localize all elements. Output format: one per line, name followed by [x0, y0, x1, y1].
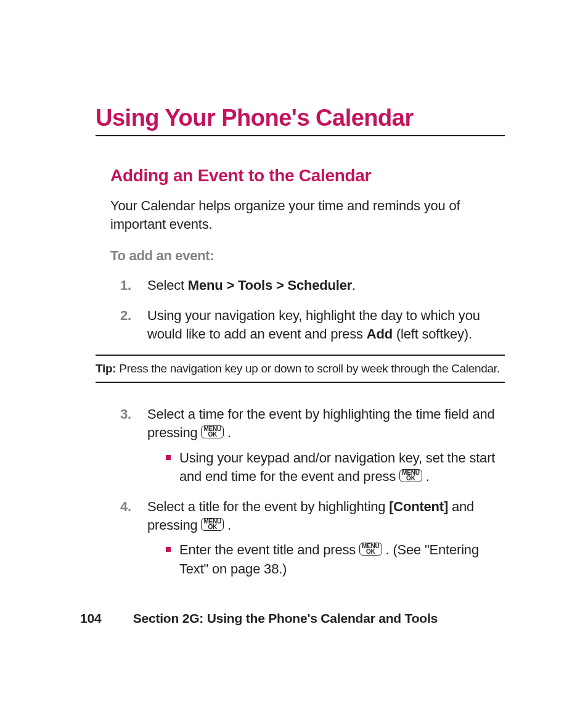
footer-section: Section 2G: Using the Phone's Calendar a… — [133, 611, 438, 625]
page-footer: 104 Section 2G: Using the Phone's Calend… — [80, 611, 505, 626]
sub-text: . — [422, 469, 430, 484]
document-page: Using Your Phone's Calendar Adding an Ev… — [0, 0, 588, 706]
tip-text: Press the navigation key up or down to s… — [116, 362, 500, 375]
tip-label: Tip: — [96, 362, 116, 375]
menu-ok-key-icon: MENUOK — [399, 469, 422, 482]
step-number: 3. — [120, 405, 131, 424]
step-bold: Menu > Tools > Scheduler — [188, 277, 352, 293]
section-heading: Adding an Event to the Calendar — [110, 166, 505, 186]
sub-text: Using your keypad and/or navigation key,… — [179, 450, 495, 484]
step-text: (left softkey). — [393, 326, 472, 342]
intro-paragraph: Your Calendar helps organize your time a… — [110, 197, 505, 233]
sub-list: Using your keypad and/or navigation key,… — [147, 449, 505, 486]
step-bold: [Content] — [389, 499, 448, 514]
step-number: 2. — [120, 306, 131, 325]
step-text: Select a title for the event by highligh… — [147, 499, 389, 514]
sub-item: Using your keypad and/or navigation key,… — [166, 449, 505, 486]
menu-ok-key-icon: MENUOK — [201, 518, 224, 531]
step-item: 1. Select Menu > Tools > Scheduler. — [96, 276, 505, 295]
step-bold: Add — [367, 326, 393, 342]
page-number: 104 — [80, 611, 129, 626]
step-item: 4. Select a title for the event by highl… — [96, 498, 505, 578]
page-title: Using Your Phone's Calendar — [96, 105, 505, 136]
step-list-continued: 3. Select a time for the event by highli… — [96, 405, 505, 578]
sub-item: Enter the event title and press MENUOK .… — [166, 541, 505, 578]
menu-ok-key-icon: MENUOK — [359, 543, 382, 556]
step-number: 4. — [120, 498, 131, 516]
sub-list: Enter the event title and press MENUOK .… — [147, 541, 505, 578]
step-text: . — [224, 517, 231, 533]
step-text: Select a time for the event by highlight… — [147, 406, 495, 440]
procedure-label: To add an event: — [110, 248, 505, 264]
step-list: 1. Select Menu > Tools > Scheduler. 2. U… — [96, 276, 505, 343]
step-number: 1. — [120, 276, 131, 295]
tip-box: Tip: Press the navigation key up or down… — [96, 355, 505, 383]
step-text: Select — [147, 277, 188, 293]
sub-text: Enter the event title and press — [179, 542, 359, 557]
step-item: 3. Select a time for the event by highli… — [96, 405, 505, 486]
step-item: 2. Using your navigation key, highlight … — [96, 306, 505, 344]
step-text: . — [352, 277, 356, 293]
step-text: . — [224, 425, 231, 440]
menu-ok-key-icon: MENUOK — [201, 425, 224, 438]
